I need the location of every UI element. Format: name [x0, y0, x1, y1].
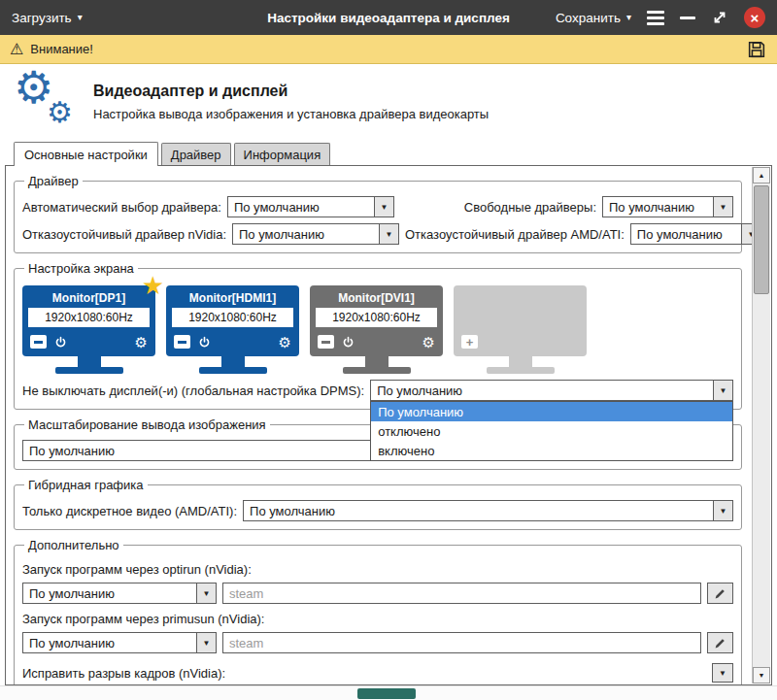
power-icon[interactable] [342, 336, 355, 349]
monitor-settings-gear-icon[interactable]: ⚙ [422, 335, 435, 350]
monitor-settings-gear-icon[interactable]: ⚙ [135, 335, 148, 350]
tab-driver[interactable]: Драйвер [161, 143, 231, 165]
combo-value: По умолчанию [371, 381, 713, 400]
discrete-video-label: Только дискретное видео (AMD/ATI): [22, 504, 237, 518]
chevron-down-icon[interactable] [713, 197, 732, 217]
minus-icon [178, 341, 186, 344]
minimize-icon[interactable] [680, 17, 695, 19]
monitor-dp1[interactable]: ★ Monitor[DP1] 1920x1080:60Hz [22, 285, 155, 374]
combo-value: По умолчанию [244, 501, 713, 520]
vertical-scrollbar[interactable] [752, 167, 770, 683]
tearing-collapse-button[interactable] [712, 663, 733, 683]
monitor-resolution: 1920x1080:60Hz [28, 308, 150, 327]
hybrid-group: Гибридная графика Только дискретное виде… [14, 478, 742, 530]
disable-monitor-button[interactable] [318, 335, 334, 349]
primusrun-program-input[interactable] [222, 632, 701, 653]
monitor-empty-slot[interactable]: + [454, 285, 587, 374]
combo-value: По умолчанию [603, 197, 713, 217]
tearing-label: Исправить разрыв кадров (nVidia): [22, 666, 225, 681]
load-menu-button[interactable]: Загрузить ▾ [12, 11, 83, 25]
chevron-down-icon[interactable] [379, 224, 398, 244]
tab-main-settings[interactable]: Основные настройки [14, 142, 158, 166]
additional-group-legend: Дополнительно [24, 538, 123, 552]
minus-icon [34, 341, 43, 344]
tab-information[interactable]: Информация [234, 143, 331, 165]
scaling-group-legend: Масштабирование вывода изображения [24, 417, 270, 432]
maximize-icon[interactable] [711, 9, 728, 26]
dpms-select[interactable]: По умолчанию [370, 380, 733, 401]
page-title: Видеоадаптер и дисплей [93, 83, 489, 100]
chevron-down-icon[interactable] [713, 501, 732, 520]
save-menu-button[interactable]: Сохранить ▾ [556, 11, 631, 25]
monitor-stand [509, 356, 532, 367]
primusrun-select[interactable]: По умолчанию [22, 632, 217, 653]
monitor-resolution: 1920x1080:60Hz [172, 308, 293, 327]
primary-monitor-star-icon: ★ [142, 273, 164, 298]
amd-failsafe-select[interactable]: По умолчанию [630, 223, 761, 245]
scrollbar-thumb[interactable] [754, 185, 769, 294]
power-icon[interactable] [198, 336, 211, 349]
monitor-resolution [459, 308, 581, 327]
tab-bar: Основные настройки Драйвер Информация [0, 140, 777, 165]
monitor-name [459, 288, 581, 308]
auto-driver-label: Автоматический выбор драйвера: [22, 200, 221, 215]
screen-group: Настройка экрана ★ Monitor[DP1] 1920x108… [14, 261, 742, 410]
monitor-actions: ⚙ [28, 327, 150, 352]
dropdown-option-off[interactable]: отключено [371, 421, 732, 441]
monitor-settings-gear-icon[interactable]: ⚙ [279, 335, 291, 350]
monitor-actions: + [459, 327, 581, 352]
hybrid-group-legend: Гибридная графика [24, 478, 148, 492]
monitor-screen: + [454, 285, 587, 356]
monitor-list: ★ Monitor[DP1] 1920x1080:60Hz [22, 285, 733, 374]
page-header: ⚙ ⚙ Видеоадаптер и дисплей Настройка выв… [0, 64, 777, 140]
monitor-dvi1[interactable]: Monitor[DVI1] 1920x1080:60Hz ⚙ [310, 285, 443, 374]
combo-value: По умолчанию [23, 583, 196, 603]
combo-value: По умолчанию [631, 224, 741, 244]
monitor-screen: Monitor[HDMI1] 1920x1080:60Hz ⚙ [166, 285, 299, 356]
save-menu-label: Сохранить [556, 11, 621, 25]
scrollbar-track[interactable] [753, 183, 770, 667]
chevron-down-icon[interactable] [196, 633, 216, 652]
monitor-base [343, 367, 411, 374]
nvidia-failsafe-select[interactable]: По умолчанию [232, 223, 399, 245]
gear-icon: ⚙ [47, 98, 73, 127]
monitor-name: Monitor[DVI1] [316, 288, 437, 308]
optirun-program-input[interactable] [222, 583, 701, 604]
monitor-hdmi1[interactable]: Monitor[HDMI1] 1920x1080:60Hz ⚙ [166, 285, 299, 374]
add-monitor-button[interactable]: + [461, 335, 478, 349]
menu-icon[interactable] [647, 11, 664, 25]
edit-pencil-icon[interactable] [707, 632, 733, 653]
load-menu-label: Загрузить [12, 11, 72, 25]
power-icon[interactable] [54, 336, 67, 349]
monitor-base [487, 367, 555, 374]
scroll-up-icon[interactable] [753, 167, 770, 183]
titlebar: Загрузить ▾ Настройки видеоадаптера и ди… [0, 0, 777, 35]
horizontal-scrollbar[interactable] [0, 685, 777, 700]
monitor-screen: Monitor[DVI1] 1920x1080:60Hz ⚙ [310, 285, 443, 356]
scrollbar-thumb[interactable] [357, 688, 416, 699]
settings-panel: Драйвер Автоматический выбор драйвера: П… [5, 165, 772, 685]
warning-bar: ⚠ Внимание! [0, 35, 777, 64]
chevron-down-icon[interactable] [374, 197, 393, 217]
dropdown-option-default[interactable]: По умолчанию [371, 402, 732, 421]
optirun-select[interactable]: По умолчанию [22, 583, 217, 604]
monitor-name: Monitor[HDMI1] [172, 288, 293, 308]
titlebar-actions: Сохранить ▾ × [556, 7, 765, 28]
free-drivers-select[interactable]: По умолчанию [602, 196, 733, 217]
chevron-down-icon[interactable] [196, 583, 216, 603]
combo-value: По умолчанию [233, 224, 379, 244]
plus-icon: + [466, 336, 474, 349]
chevron-down-icon[interactable] [713, 381, 732, 400]
free-drivers-label: Свободные драйверы: [464, 200, 596, 215]
dropdown-option-on[interactable]: включено [371, 441, 732, 460]
auto-driver-select[interactable]: По умолчанию [227, 196, 394, 217]
save-icon[interactable] [746, 39, 767, 60]
close-icon[interactable]: × [744, 7, 765, 28]
warning-icon: ⚠ [10, 42, 23, 57]
edit-pencil-icon[interactable] [707, 583, 733, 604]
dpms-combo-wrap: По умолчанию По умолчанию отключено вклю… [370, 380, 733, 401]
disable-monitor-button[interactable] [174, 335, 190, 349]
scroll-down-icon[interactable] [753, 667, 770, 683]
discrete-video-select[interactable]: По умолчанию [243, 500, 733, 521]
disable-monitor-button[interactable] [30, 335, 47, 349]
